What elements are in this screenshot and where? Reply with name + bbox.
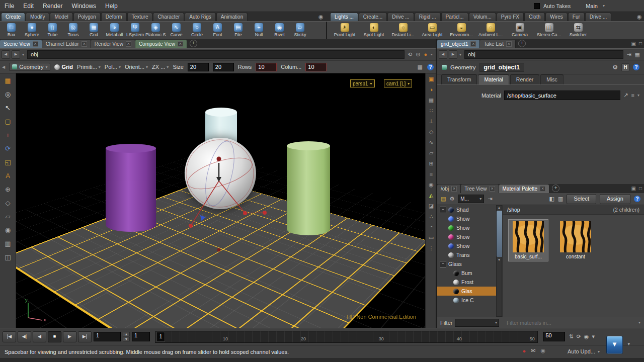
material-tree-item[interactable]: − Show: [437, 241, 496, 250]
take-selector[interactable]: Main ▾: [582, 3, 609, 10]
playbar-options-icon[interactable]: ▾: [592, 333, 595, 340]
pane-split-icon[interactable]: ▣: [631, 186, 636, 191]
scroll-down-icon[interactable]: ▼: [497, 258, 502, 262]
wireframe-toggle-icon[interactable]: ▦: [429, 98, 434, 103]
tool-grid[interactable]: ▦ Grid: [84, 22, 104, 37]
back-icon[interactable]: ◀: [439, 50, 447, 59]
grid-snap-icon[interactable]: ▦: [418, 64, 423, 70]
context-selector[interactable]: Geometry ▾: [9, 63, 50, 71]
tool-spot-light[interactable]: ◐ Spot Light: [359, 22, 388, 37]
playback-mode-icon[interactable]: ⇅: [569, 333, 573, 340]
gear-icon[interactable]: ⚙: [449, 196, 454, 202]
snapshot-icon[interactable]: ◫: [5, 254, 11, 260]
stop-button[interactable]: ■: [48, 331, 61, 342]
tool-stereo-camera[interactable]: ◫ Stereo Ca...: [534, 22, 564, 37]
path-field[interactable]: obj: [27, 50, 405, 59]
shelf-tab[interactable]: Cloth: [524, 13, 545, 21]
ghost-objects-icon[interactable]: ◪: [429, 203, 434, 209]
close-tab-icon[interactable]: ×: [451, 186, 457, 192]
menu-item[interactable]: Edit: [19, 3, 38, 10]
material-tree-item[interactable]: − Bum: [437, 268, 496, 278]
material-tree-item[interactable]: − Show: [437, 232, 496, 241]
shelf-tab[interactable]: Model: [50, 13, 72, 21]
pane-tab[interactable]: /obj ×: [437, 185, 461, 193]
close-tab-icon[interactable]: ×: [178, 41, 183, 47]
update-button[interactable]: ▼: [606, 336, 623, 354]
tool-rivet[interactable]: ◉ Rivet: [269, 22, 290, 37]
shelf-tab[interactable]: Wires: [545, 13, 568, 21]
rotate-tool-icon[interactable]: ⟳: [5, 145, 11, 152]
tool-point-light[interactable]: ☀ Point Light: [330, 22, 359, 37]
pane-tab[interactable]: Channel Editor ×: [42, 40, 91, 48]
operator-list-icon[interactable]: ≡: [631, 93, 634, 99]
play-forward-button[interactable]: ▶: [63, 331, 76, 342]
range-start-field[interactable]: 1: [132, 332, 150, 341]
close-tab-icon[interactable]: ×: [126, 41, 131, 47]
pane-maximize-icon[interactable]: □: [639, 186, 642, 191]
close-tab-icon[interactable]: ×: [490, 186, 495, 192]
multi-view-icon[interactable]: ⊞: [429, 161, 433, 166]
pane-tab[interactable]: Scene View ×: [0, 40, 42, 48]
material-tree-item[interactable]: − Shad: [437, 205, 496, 214]
layout-list-icon[interactable]: ◧: [549, 196, 554, 202]
pane-link-icon[interactable]: ▦: [635, 51, 640, 58]
material-filter-input[interactable]: [506, 318, 635, 327]
assign-button[interactable]: Assign: [600, 194, 630, 204]
pane-tab[interactable]: Tree View ×: [461, 185, 499, 193]
parameter-tab[interactable]: Misc: [540, 74, 564, 84]
shelf-overflow-icon[interactable]: ◉: [637, 14, 642, 20]
construction-plane-icon[interactable]: ▱: [6, 213, 11, 220]
shelf-tab[interactable]: Volum...: [469, 13, 496, 21]
node-name-field[interactable]: grid_object1: [479, 63, 524, 72]
material-tree-item[interactable]: − Show: [437, 214, 496, 223]
plane-dropdown[interactable]: ZX ... ▾: [152, 64, 169, 70]
help-icon[interactable]: ?: [427, 64, 434, 70]
pane-split-icon[interactable]: ▣: [631, 41, 636, 46]
hull-toggle-icon[interactable]: ◇: [429, 129, 433, 135]
pose-tool-icon[interactable]: A: [6, 172, 10, 179]
material-tree-item[interactable]: − Trans: [437, 250, 496, 259]
material-thumb-basic-surface[interactable]: basic_surf...: [509, 220, 548, 261]
gallery-mode-dropdown[interactable]: M... ▾: [458, 195, 484, 203]
shelf-tab[interactable]: Pyro FX: [497, 13, 524, 21]
tool-sticky[interactable]: ▱ Sticky: [290, 22, 310, 37]
rows-field[interactable]: 10: [256, 63, 277, 71]
filter-dropdown[interactable]: ▾: [455, 319, 499, 327]
shelf-tab[interactable]: Modify: [26, 13, 49, 21]
path-history-chevron[interactable]: ▾: [22, 52, 24, 57]
viewport-menu-icon[interactable]: ⋮: [429, 245, 434, 251]
frame-stepper[interactable]: ▲ ▼: [123, 332, 130, 341]
select-button[interactable]: Select: [567, 194, 596, 204]
toolbar-scroll-left-icon[interactable]: ◀: [2, 65, 5, 69]
material-tree-item[interactable]: − Frost: [437, 278, 496, 287]
profiles-toggle-icon[interactable]: ∿: [429, 140, 433, 145]
tool-switcher[interactable]: ⇆ Switcher: [564, 22, 593, 37]
gear-icon[interactable]: ⚙: [612, 64, 618, 71]
frame-marker[interactable]: 1: [156, 332, 165, 342]
isolate-selection-icon[interactable]: ◭: [429, 193, 433, 198]
message-log-icon[interactable]: ✉: [531, 347, 535, 354]
persp-view-label[interactable]: persp1 ▾: [350, 79, 375, 87]
path-history-icon[interactable]: ⟲: [408, 51, 412, 58]
home-gallery-icon[interactable]: ▤: [441, 196, 446, 202]
tool-camera[interactable]: ▣ Camera: [505, 22, 534, 37]
columns-field[interactable]: 10: [305, 63, 327, 71]
range-end-field[interactable]: 50: [543, 332, 565, 341]
material-tree-item[interactable]: − Ice C: [437, 296, 496, 305]
jump-to-operator-icon[interactable]: ↗: [623, 92, 628, 99]
snap-options-icon[interactable]: ◇: [6, 200, 11, 206]
close-tab-icon[interactable]: ×: [82, 41, 87, 47]
error-flag[interactable]: ●: [523, 348, 526, 354]
layout-icon[interactable]: ▦: [5, 77, 11, 84]
forward-icon[interactable]: ▶: [449, 50, 457, 59]
onion-skin-icon[interactable]: ◔: [430, 224, 433, 230]
auto-takes-label[interactable]: Auto Takes: [543, 3, 571, 9]
step-down-icon[interactable]: ▼: [123, 337, 130, 341]
shelf-tab[interactable]: Fur: [568, 13, 585, 21]
help-icon[interactable]: ?: [634, 196, 640, 202]
shelf-tab[interactable]: Auto Rigs: [185, 13, 215, 21]
chevron-down-icon[interactable]: ▾: [638, 320, 640, 325]
tool-platonic[interactable]: ◈ Platonic S...: [145, 22, 166, 37]
visibility-toggle-icon[interactable]: ◉: [429, 182, 434, 188]
collapse-icon[interactable]: −: [440, 261, 446, 267]
